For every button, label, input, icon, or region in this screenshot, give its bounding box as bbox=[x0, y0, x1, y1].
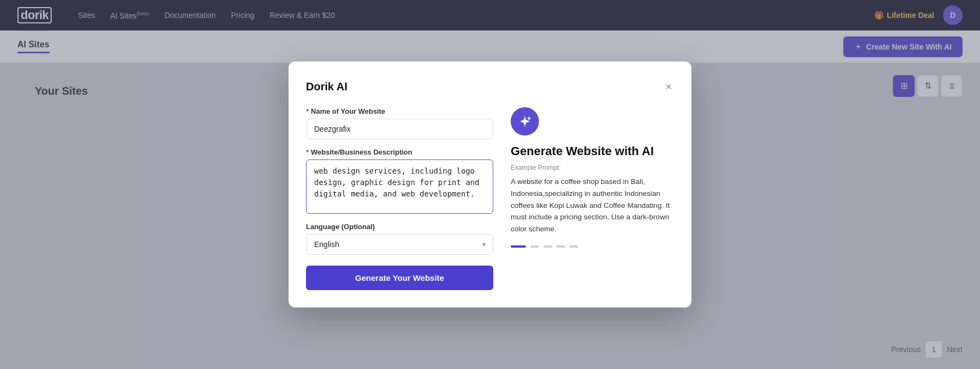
generate-heading: Generate Website with AI bbox=[511, 144, 674, 158]
modal-form: * Name of Your Website * Website/Busines… bbox=[306, 107, 493, 290]
language-label: Language (Optional) bbox=[306, 223, 493, 231]
generate-website-button[interactable]: Generate Your Website bbox=[306, 266, 493, 290]
modal-close-button[interactable]: × bbox=[663, 79, 674, 94]
carousel-dot-3[interactable] bbox=[543, 245, 552, 248]
website-name-input[interactable] bbox=[306, 119, 493, 139]
modal-body: * Name of Your Website * Website/Busines… bbox=[306, 107, 674, 290]
carousel-dot-1[interactable] bbox=[511, 245, 526, 248]
carousel-dots bbox=[511, 245, 674, 248]
dorik-ai-modal: Dorik AI × * Name of Your Website * Webs… bbox=[289, 61, 691, 308]
language-select-wrapper: English Spanish French German Indonesian… bbox=[306, 234, 493, 255]
business-desc-label: * Website/Business Description bbox=[306, 148, 493, 156]
sparkle-icon bbox=[518, 114, 532, 128]
language-group: Language (Optional) English Spanish Fren… bbox=[306, 223, 493, 255]
business-desc-group: * Website/Business Description web desig… bbox=[306, 148, 493, 214]
example-prompt-text: A website for a coffee shop based in Bal… bbox=[511, 176, 674, 235]
language-select[interactable]: English Spanish French German Indonesian… bbox=[306, 234, 493, 255]
carousel-dot-2[interactable] bbox=[530, 245, 539, 248]
website-name-group: * Name of Your Website bbox=[306, 107, 493, 139]
modal-header: Dorik AI × bbox=[306, 79, 674, 94]
carousel-dot-5[interactable] bbox=[569, 245, 578, 248]
business-desc-input[interactable]: web design services, including logo desi… bbox=[306, 159, 493, 214]
modal-title: Dorik AI bbox=[306, 81, 347, 93]
carousel-dot-4[interactable] bbox=[556, 245, 565, 248]
modal-right-panel: Generate Website with AI Example Prompt:… bbox=[511, 107, 674, 290]
example-prompt-label: Example Prompt: bbox=[511, 164, 674, 171]
ai-icon-circle bbox=[511, 107, 539, 136]
website-name-label: * Name of Your Website bbox=[306, 107, 493, 115]
modal-overlay[interactable]: Dorik AI × * Name of Your Website * Webs… bbox=[0, 0, 980, 369]
